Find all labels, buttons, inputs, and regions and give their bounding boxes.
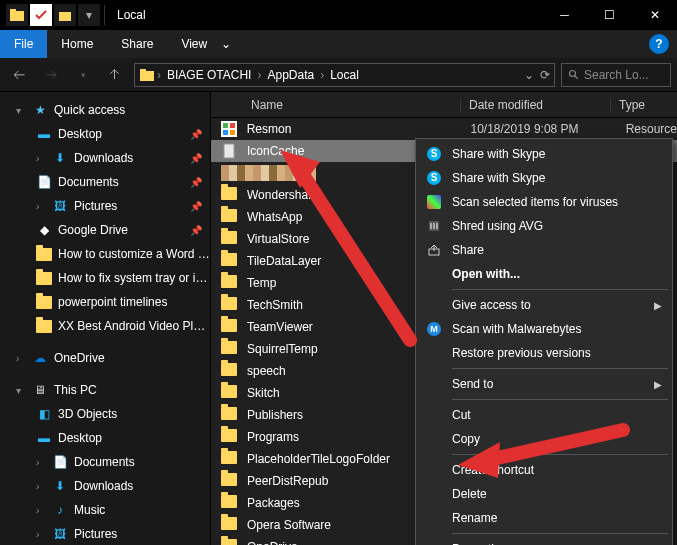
sidebar-item-music[interactable]: ›♪Music [0,498,210,522]
context-label: Create shortcut [452,463,534,477]
qat-dropdown-icon[interactable]: ▾ [78,4,100,26]
context-separator [452,399,668,400]
chevron-right-icon[interactable]: › [157,68,161,82]
folder-icon [221,451,237,464]
view-tab[interactable]: View [167,30,221,58]
context-item[interactable]: MScan with Malwarebytes [418,317,670,341]
sidebar-item-folder[interactable]: powerpoint timelines [0,290,210,314]
sidebar-item-folder[interactable]: How to fix system tray or icons missing [0,266,210,290]
folder-icon [221,517,237,530]
back-button[interactable]: 🡠 [6,62,32,88]
context-item[interactable]: Scan selected items for viruses [418,190,670,214]
context-label: Open with... [452,267,520,281]
file-row[interactable]: Resmon10/18/2019 9:08 PMResource [211,118,677,140]
svg-rect-11 [230,130,235,135]
home-tab[interactable]: Home [47,30,107,58]
maximize-button[interactable]: ☐ [587,0,632,30]
pin-icon: 📌 [190,225,202,236]
addr-dropdown-icon[interactable]: ⌄ [524,68,534,82]
chevron-right-icon[interactable]: › [257,68,261,82]
file-tab[interactable]: File [0,30,47,58]
column-date[interactable]: Date modified [461,98,611,112]
context-item[interactable]: Shred using AVG [418,214,670,238]
svg-rect-3 [140,71,154,81]
context-item[interactable]: Open with... [418,262,670,286]
chevron-right-icon[interactable]: › [320,68,324,82]
svg-rect-9 [230,123,235,128]
context-item[interactable]: Cut [418,403,670,427]
sidebar-item-documents[interactable]: 📄Documents📌 [0,170,210,194]
folder-icon [221,187,237,200]
sidebar-item-folder[interactable]: How to customize a Word document [0,242,210,266]
context-separator [452,289,668,290]
help-icon[interactable]: ? [649,34,669,54]
svg-rect-1 [10,9,16,12]
qat-properties-icon[interactable] [30,4,52,26]
sidebar-item-gdrive[interactable]: ◆Google Drive📌 [0,218,210,242]
pin-icon: 📌 [190,153,202,164]
recent-dropdown-icon[interactable]: ▾ [70,62,96,88]
context-item[interactable]: Share [418,238,670,262]
file-type: Resource [626,122,677,136]
forward-button[interactable]: 🡢 [38,62,64,88]
svg-rect-10 [223,130,228,135]
folder-icon [221,539,237,545]
breadcrumb[interactable]: AppData [263,68,318,82]
context-label: Delete [452,487,487,501]
3d-icon: ◧ [36,406,52,422]
close-button[interactable]: ✕ [632,0,677,30]
refresh-icon[interactable]: ⟳ [540,68,550,82]
context-item[interactable]: Copy [418,427,670,451]
context-label: Give access to [452,298,531,312]
up-button[interactable]: 🡡 [102,62,128,88]
minimize-button[interactable]: ─ [542,0,587,30]
sidebar-item-documents[interactable]: ›📄Documents [0,450,210,474]
context-label: Share with Skype [452,171,545,185]
context-item[interactable]: Create shortcut [418,458,670,482]
sidebar-item-downloads[interactable]: ›⬇Downloads📌 [0,146,210,170]
skype-icon: S [426,170,442,186]
sidebar-item-downloads[interactable]: ›⬇Downloads [0,474,210,498]
folder-icon [221,319,237,332]
window-title: Local [117,8,146,22]
search-input[interactable]: Search Lo... [561,63,671,87]
context-item[interactable]: SShare with Skype [418,166,670,190]
sidebar-item-desktop[interactable]: ▬Desktop📌 [0,122,210,146]
shred-icon [426,218,442,234]
pin-icon: 📌 [190,201,202,212]
folder-icon [221,363,237,376]
sidebar-onedrive[interactable]: ›☁OneDrive [0,346,210,370]
context-item[interactable]: Delete [418,482,670,506]
pictures-icon: 🖼 [52,526,68,542]
context-label: Share [452,243,484,257]
breadcrumb[interactable]: Local [326,68,363,82]
sidebar-item-desktop[interactable]: ▬Desktop [0,426,210,450]
context-item[interactable]: Give access to▶ [418,293,670,317]
folder-icon [139,67,155,83]
column-type[interactable]: Type [611,98,677,112]
scan-icon [426,194,442,210]
breadcrumb[interactable]: BIAGE OTACHI [163,68,255,82]
svg-line-6 [575,75,578,78]
context-item[interactable]: SShare with Skype [418,142,670,166]
qat-new-folder-icon[interactable] [54,4,76,26]
folder-icon [221,429,237,442]
sidebar-item-folder[interactable]: XX Best Android Video Players [0,314,210,338]
sidebar-item-3d[interactable]: ◧3D Objects [0,402,210,426]
sidebar-item-pictures[interactable]: ›🖼Pictures📌 [0,194,210,218]
context-item[interactable]: Restore previous versions [418,341,670,365]
navbar: 🡠 🡢 ▾ 🡡 › BIAGE OTACHI › AppData › Local… [0,58,677,92]
sidebar-this-pc[interactable]: ▾🖥This PC [0,378,210,402]
titlebar: ▾ Local ─ ☐ ✕ [0,0,677,30]
address-bar[interactable]: › BIAGE OTACHI › AppData › Local ⌄⟳ [134,63,555,87]
context-item[interactable]: Properties [418,537,670,545]
context-item[interactable]: Send to▶ [418,372,670,396]
sidebar-quick-access[interactable]: ▾★Quick access [0,98,210,122]
search-placeholder: Search Lo... [584,68,649,82]
sidebar-item-pictures[interactable]: ›🖼Pictures [0,522,210,545]
blurred-item [221,165,316,181]
context-item[interactable]: Rename [418,506,670,530]
share-tab[interactable]: Share [107,30,167,58]
column-name[interactable]: Name [211,98,461,112]
ribbon-expand-icon[interactable]: ⌄ [221,37,231,51]
